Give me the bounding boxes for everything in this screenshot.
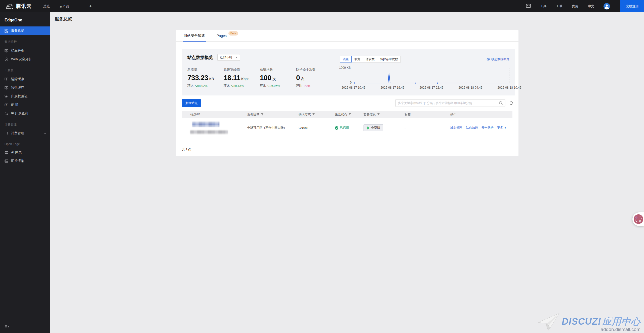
x-tick-label: 2025-08-18 04:45 — [459, 86, 482, 89]
col-service-region: 服务区域 — [247, 112, 299, 117]
sidebar-item-label: 计费管理 — [11, 131, 24, 136]
nav-item-products[interactable]: 云产品 — [59, 4, 69, 9]
sidebar-item-metric-analysis[interactable]: 指标分析 — [0, 46, 50, 55]
message-button[interactable] — [526, 4, 531, 9]
language-switcher[interactable]: 中文 — [588, 4, 594, 9]
sidebar-item-label: 指标分析 — [11, 48, 24, 53]
translate-icon: 中 A — [634, 214, 643, 224]
main-content: 服务总览 网站安全加速 Pages Beta 站点数据概览 近24小时 ▼ — [50, 12, 644, 333]
complete-registration-button[interactable]: 完成注册 — [620, 0, 644, 12]
ticket-menu[interactable]: 工单 — [556, 4, 562, 9]
x-tick-label: 2025-08-18 10:45 — [498, 86, 521, 89]
sidebar-item-ip-lookup[interactable]: IP 归属查询 — [0, 109, 50, 118]
stat-unit: KB — [209, 77, 214, 81]
tencent-cloud-logo[interactable]: 腾讯云 — [6, 3, 32, 10]
sidebar-item-prefetch-cache[interactable]: 预热缓存 — [0, 83, 50, 92]
metric-tab-protection-hits[interactable]: 防护命中次数 — [377, 56, 401, 62]
time-range-select[interactable]: 近24小时 ▼ — [217, 54, 240, 61]
cell-access-mode: CNAME — [299, 126, 335, 130]
sidebar-item-ip-group[interactable]: IP IP 组 — [0, 101, 50, 109]
purge-cache-icon — [5, 77, 8, 81]
redacted-site-name — [192, 122, 219, 127]
metric-tab-requests[interactable]: 请求数 — [363, 56, 377, 62]
stat-value: 0 — [296, 74, 300, 82]
shield-icon — [5, 57, 8, 61]
add-nav-tab-button[interactable]: + — [89, 4, 92, 9]
search-icon[interactable] — [499, 101, 503, 105]
site-list-toolbar: 新增站点 — [182, 99, 514, 107]
filter-icon[interactable] — [348, 113, 351, 116]
stat-unit: 次 — [301, 77, 304, 81]
collapse-overview-link[interactable]: 收起数据概览 — [487, 57, 509, 61]
tools-menu[interactable]: 工具 — [540, 4, 547, 9]
sidebar-item-image-rendering[interactable]: 图片渲染 — [0, 157, 50, 165]
site-search-input[interactable] — [398, 101, 499, 105]
metric-tab-bandwidth[interactable]: 带宽 — [351, 56, 363, 62]
y-axis-zero-label: 0 — [350, 81, 352, 84]
filter-icon[interactable] — [261, 113, 264, 116]
column-label: 操作 — [450, 112, 456, 117]
action-site-acceleration[interactable]: 站点加速 — [466, 126, 478, 130]
action-security-protection[interactable]: 安全防护 — [481, 126, 494, 130]
tab-site-acceleration[interactable]: 网站安全加速 — [184, 30, 205, 41]
trend-value: 89.13% — [233, 84, 244, 88]
action-more-menu[interactable]: 更多 ▼ — [497, 126, 506, 130]
refresh-button[interactable] — [508, 99, 514, 107]
filter-icon[interactable] — [377, 113, 380, 116]
column-label: 站点/ID — [190, 112, 200, 117]
product-name: EdgeOne — [0, 12, 50, 26]
trend-label: 环比 — [187, 84, 193, 88]
brand-name: 腾讯云 — [16, 3, 32, 10]
service-tabs: 网站安全加速 Pages Beta — [176, 30, 518, 42]
nav-item-overview[interactable]: 总览 — [43, 4, 50, 9]
collapse-sidebar-button[interactable] — [5, 325, 9, 329]
col-actions: 操作 — [450, 112, 512, 117]
cell-status: 已启用 — [335, 126, 364, 130]
prefetch-icon — [5, 86, 8, 90]
svg-text:IP: IP — [6, 104, 7, 106]
overview-chart-section: 流量 带宽 请求数 防护命中次数 收起数据概览 — [336, 49, 515, 95]
sidebar-item-service-overview[interactable]: 服务总览 — [0, 26, 50, 35]
plan-badge[interactable]: 免费版 — [364, 124, 383, 131]
sidebar-group-billing: 计费管理 — [0, 118, 50, 129]
stat-value: 733.23 — [187, 74, 208, 82]
caret-down-icon: ▼ — [504, 127, 506, 129]
action-domain-management[interactable]: 域名管理 — [450, 126, 462, 130]
overview-card: 网站安全加速 Pages Beta 站点数据概览 近24小时 ▼ 总 — [176, 30, 518, 156]
cell-site-id[interactable] — [182, 122, 247, 134]
translate-floating-button[interactable]: 中 A — [632, 212, 644, 226]
chart-plot-area[interactable] — [353, 68, 509, 84]
sidebar-item-ownership-verification[interactable]: 归属权验证 — [0, 92, 50, 101]
stat-total-requests: 总请求数 100次 环比↘96.96% — [260, 68, 296, 88]
column-label: 套餐信息 — [364, 112, 376, 117]
plan-label: 免费版 — [371, 126, 380, 130]
metric-tab-traffic[interactable]: 流量 — [340, 56, 352, 62]
traffic-line-chart — [353, 68, 509, 84]
site-table: 站点/ID 服务区域 接入方式 生效状态 套餐信息 标签 操作 全球可用区（不含… — [182, 111, 512, 138]
sidebar-item-label: 清除缓存 — [11, 77, 24, 81]
tab-pages[interactable]: Pages Beta — [217, 30, 227, 41]
col-plan: 套餐信息 — [364, 112, 405, 117]
x-axis-labels: 2025-08-17 10:45 2025-08-17 16:45 2025-0… — [353, 86, 509, 90]
sidebar-item-ai-gateway[interactable]: AI 网关 — [0, 148, 50, 157]
trend-up-icon: ↗ — [303, 84, 306, 88]
sidebar-item-purge-cache[interactable]: 清除缓存 — [0, 75, 50, 83]
add-site-button[interactable]: 新增站点 — [182, 99, 201, 107]
time-range-value: 近24小时 — [220, 55, 232, 60]
filter-icon[interactable] — [312, 113, 315, 116]
cell-service-region: 全球可用区（不含中国大陆） — [247, 126, 299, 130]
sidebar-item-billing-management[interactable]: 计费管理 — [0, 129, 50, 138]
traffic-chart: 1000 KB 0 2025-08-17 10:45 2025-08-17 16… — [340, 68, 509, 90]
magnifier-icon — [5, 112, 8, 115]
user-avatar[interactable] — [603, 3, 610, 10]
cell-tags: - — [405, 126, 450, 130]
col-site-id: 站点/ID — [182, 112, 247, 117]
ip-group-icon: IP — [5, 103, 8, 107]
metric-switch-group: 流量 带宽 请求数 防护命中次数 — [340, 56, 401, 62]
billing-menu[interactable]: 费用 — [572, 4, 578, 9]
billing-doc-icon — [5, 131, 8, 135]
more-label: 更多 — [497, 126, 503, 130]
sidebar-item-label: AI 网关 — [11, 150, 22, 155]
sidebar-item-label: 图片渲染 — [11, 159, 24, 163]
sidebar-item-web-security-analysis[interactable]: Web 安全分析 — [0, 55, 50, 63]
